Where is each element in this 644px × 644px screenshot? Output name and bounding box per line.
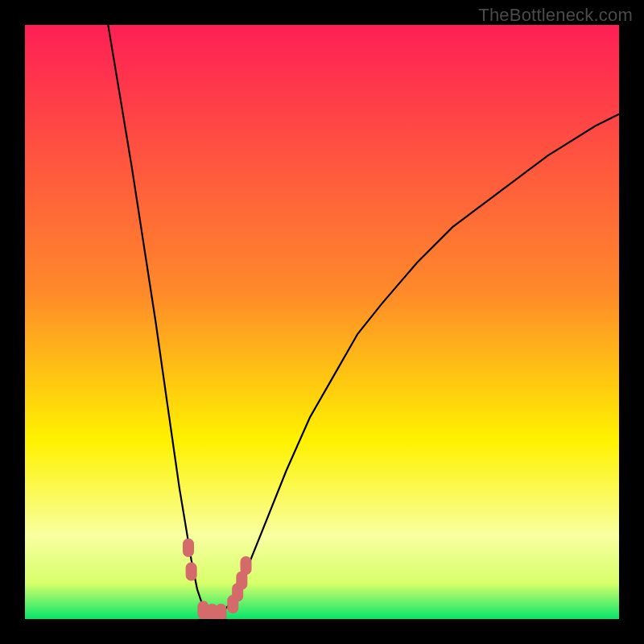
plot-svg — [25, 25, 619, 619]
chart-frame: TheBottleneck.com — [0, 0, 644, 644]
plot-area — [25, 25, 619, 619]
marker — [184, 539, 194, 556]
marker — [241, 557, 251, 575]
marker — [186, 563, 196, 580]
watermark-text: TheBottleneck.com — [478, 5, 633, 26]
gradient-background — [25, 25, 619, 619]
marker — [216, 605, 226, 619]
